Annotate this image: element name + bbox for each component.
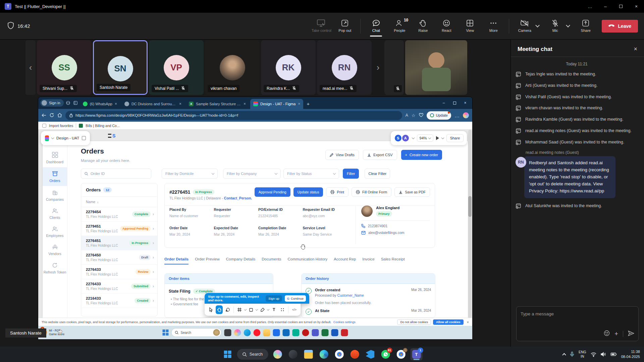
browser-maximize-button[interactable] (449, 98, 460, 108)
create-new-order-button[interactable]: + Create new order (401, 150, 442, 160)
order-row[interactable]: 2276433TL Flex Holdings LLC Review› (81, 265, 157, 279)
browser-minimize-button[interactable]: – (439, 98, 449, 108)
chat-composer[interactable]: + (516, 306, 639, 341)
view-button[interactable]: View (459, 15, 481, 37)
emoji-icon[interactable] (604, 330, 610, 338)
raise-hand-button[interactable]: Raise (412, 15, 434, 37)
mic-options-chevron-icon[interactable] (566, 23, 570, 27)
tab-close-icon[interactable]: × (298, 102, 300, 106)
filter-company-dropdown[interactable]: Filter by Company (223, 169, 281, 179)
window-close-button[interactable]: × (629, 0, 644, 13)
export-csv-button[interactable]: Export CSV (363, 150, 397, 160)
send-icon[interactable] (628, 330, 634, 338)
tab-order-preview[interactable]: Order Preview (195, 257, 220, 264)
new-tab-button[interactable]: + (307, 101, 310, 107)
sidebar-item-orders[interactable]: Orders (43, 167, 67, 186)
refresh-icon[interactable] (50, 113, 54, 118)
order-row[interactable]: 2276450TL Flex Holdings LLC Draft› (81, 250, 157, 265)
video-tile[interactable]: SS Shivani Sup... (37, 40, 92, 95)
copilot-icon[interactable] (463, 112, 469, 118)
approval-pending-button[interactable]: Approval Pending (255, 187, 290, 197)
filter-button[interactable]: Filter (343, 169, 359, 179)
tab-order-details[interactable]: Order Details (164, 257, 189, 264)
browser-tab-figma-active[interactable]: Design - UAT - Figma × (250, 99, 303, 109)
bookmark-import-favorites[interactable]: Import favorites (49, 124, 73, 128)
brave-button[interactable] (348, 348, 361, 360)
copilot-button[interactable] (271, 348, 283, 360)
filter-status-dropdown[interactable]: Filter by Status (283, 169, 339, 179)
more-button[interactable]: More (483, 15, 504, 37)
video-tile[interactable]: RK Ravindra K... (261, 40, 316, 95)
window-more-icon[interactable]: … (582, 0, 598, 13)
sidebar-item-dashboard[interactable]: Dashboard (43, 148, 67, 167)
canvas-scrollbar-thumb[interactable] (468, 196, 472, 217)
hand-tool-icon[interactable] (216, 305, 223, 314)
bookmark-bills[interactable]: Bills | Billing and Co... (86, 124, 119, 128)
chat-close-icon[interactable]: × (634, 46, 637, 53)
tab-close-icon[interactable]: × (115, 102, 117, 106)
browser-signin-button[interactable]: Sign in (40, 99, 64, 107)
leave-button[interactable]: Leave (602, 20, 638, 33)
acrobat-icon[interactable] (341, 329, 348, 336)
view-drafts-button[interactable]: View Drafts (325, 150, 359, 160)
teams-button[interactable]: 1 T (410, 348, 422, 360)
frame-tool-icon[interactable] (236, 305, 243, 314)
collaborators-chevron-icon[interactable] (412, 136, 414, 139)
home-icon[interactable] (57, 113, 62, 118)
window-minimize-button[interactable]: – (598, 0, 613, 13)
defender-icon[interactable] (292, 329, 300, 336)
address-bar[interactable]: https://www.figma.com/design/9BKQ0FOHRWa… (65, 111, 402, 120)
language-indicator[interactable]: ENG IN (579, 350, 586, 359)
tiles-scroll-left-button[interactable]: ‹ (25, 40, 36, 95)
pen-tool-icon[interactable] (259, 305, 266, 314)
tray-expand-icon[interactable] (562, 353, 566, 357)
video-tile-partial[interactable] (384, 40, 404, 95)
video-tile-camera-on[interactable] (405, 40, 467, 95)
tab-documents[interactable]: Documents (262, 257, 281, 264)
google-continue-button[interactable]: GContinue (285, 295, 306, 302)
tab-close-icon[interactable]: × (244, 102, 246, 106)
order-row[interactable]: 2276433TL Flex Holdings LLC Submitted› (81, 279, 157, 294)
figma-menu-chevron-icon[interactable] (51, 136, 54, 139)
sort-icon[interactable]: ↓ (97, 200, 99, 204)
word-icon[interactable] (331, 329, 338, 336)
taskbar-search[interactable]: Search (237, 349, 268, 360)
sidebar-item-clients[interactable]: Clients (43, 205, 67, 223)
deny-cookies-button[interactable]: Do not allow cookies (397, 319, 431, 325)
dev-mode-icon[interactable]: </> (291, 305, 298, 314)
shared-search-box[interactable]: Search (171, 328, 222, 337)
chat-input[interactable] (521, 311, 634, 316)
collaborator-avatar[interactable]: S (394, 134, 402, 142)
opera-icon[interactable] (254, 329, 261, 336)
browser-essentials-icon[interactable] (419, 113, 423, 118)
browser-update-button[interactable]: Update (427, 111, 451, 120)
read-aloud-icon[interactable]: A (406, 113, 408, 118)
figma-signup-button[interactable]: Sign up (266, 295, 282, 302)
file-explorer-icon[interactable] (263, 329, 270, 336)
save-as-pdf-button[interactable]: Save as PDF (394, 187, 430, 197)
pop-out-button[interactable]: Pop out (334, 15, 356, 37)
tray-mic-icon[interactable] (570, 352, 574, 357)
chrome-button[interactable] (333, 348, 345, 360)
figma-share-button[interactable]: Share (446, 134, 464, 142)
video-tile[interactable]: vikram chavan (205, 40, 260, 95)
order-row[interactable]: 2216433TL Flex Holdings LLC Created› (81, 294, 157, 308)
contact-phone[interactable]: 2123874901 (361, 224, 430, 228)
figma-logo-icon[interactable] (45, 135, 49, 141)
order-id-search[interactable] (81, 169, 151, 179)
outlook-icon[interactable] (283, 329, 290, 336)
browser-settings-icon[interactable]: … (454, 113, 460, 118)
browser-tab-salary-sheet[interactable]: X Sample Salary Structure with calc × (186, 99, 249, 109)
comment-tool-icon[interactable] (224, 305, 231, 314)
edge-button[interactable] (318, 348, 330, 360)
filter-domicile-dropdown[interactable]: Filter by Domicile (162, 169, 218, 179)
volume-icon[interactable] (601, 352, 606, 357)
wifi-icon[interactable] (591, 352, 596, 357)
cookie-close-icon[interactable]: × (467, 320, 469, 324)
sidebar-item-employees[interactable]: Employees (43, 223, 67, 241)
figma-file-name[interactable]: Design - UAT (56, 136, 79, 140)
update-status-button[interactable]: Update status (293, 187, 323, 197)
tab-sales-receipt[interactable]: Sales Receipt (381, 257, 405, 264)
tab-account-rep[interactable]: Account Rep (334, 257, 356, 264)
figma-pages-icon[interactable] (82, 136, 86, 140)
